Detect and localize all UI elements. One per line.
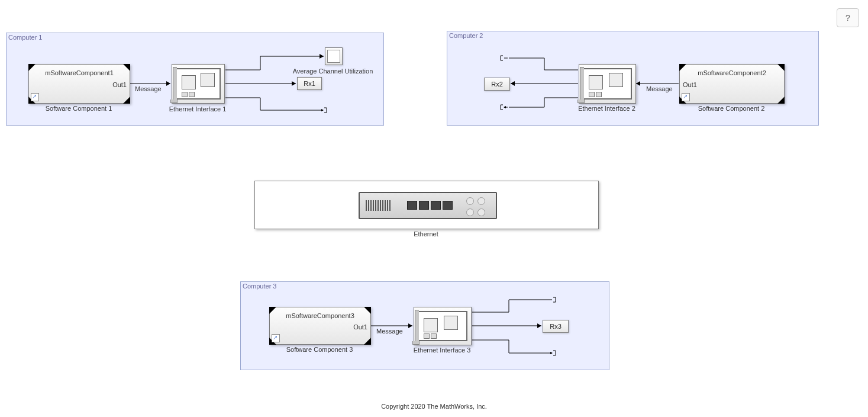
block-goto-rx1[interactable]: Rx1 — [297, 77, 322, 90]
model-reference-icon — [682, 93, 690, 101]
help-button[interactable]: ? — [837, 8, 859, 27]
block-goto-rx2[interactable]: Rx2 — [484, 78, 510, 91]
block-software-component-3[interactable]: mSoftwareComponent3 Out1 — [269, 307, 371, 345]
area-title: Computer 3 — [243, 283, 276, 290]
switch-icon — [359, 192, 497, 219]
block-label: Software Component 3 — [269, 346, 370, 353]
terminator-icon[interactable] — [499, 55, 508, 61]
port-label-out1: Out1 — [683, 81, 697, 88]
block-label: Ethernet — [254, 230, 598, 238]
block-ethernet-interface-1[interactable] — [172, 64, 225, 104]
model-reference-icon — [31, 93, 39, 101]
block-mask-text: mSoftwareComponent1 — [29, 69, 130, 76]
signal-label: Message — [646, 85, 673, 92]
ethernet-card-icon — [583, 68, 632, 100]
svg-marker-22 — [504, 106, 506, 108]
ethernet-card-icon — [418, 311, 467, 341]
block-ethernet-interface-2[interactable] — [579, 64, 636, 104]
signal-label: Message — [135, 85, 162, 92]
block-label: Software Component 1 — [28, 105, 129, 112]
port-label-out1: Out1 — [112, 81, 127, 88]
block-mask-text: mSoftwareComponent2 — [680, 69, 784, 76]
block-scope[interactable] — [325, 47, 343, 65]
block-goto-rx3[interactable]: Rx3 — [543, 320, 569, 333]
model-reference-icon — [272, 334, 280, 342]
svg-marker-11 — [321, 109, 324, 111]
simulink-canvas[interactable]: ? Computer 1 mSoftwareComponent1 Out1 So… — [0, 0, 868, 417]
block-label: Ethernet Interface 1 — [160, 105, 235, 113]
area-title: Computer 2 — [449, 32, 483, 39]
block-label: Ethernet Interface 2 — [567, 105, 647, 112]
block-ethernet-interface-3[interactable] — [414, 307, 472, 345]
block-label: Average Channel Utilization — [284, 68, 382, 75]
block-mask-text: mSoftwareComponent3 — [270, 312, 370, 319]
copyright-text: Copyright 2020 The MathWorks, Inc. — [0, 403, 868, 410]
svg-marker-33 — [550, 352, 553, 354]
terminator-icon[interactable] — [499, 104, 508, 110]
terminator-icon[interactable] — [548, 350, 557, 356]
signal-label: Message — [376, 328, 403, 335]
block-software-component-1[interactable]: mSoftwareComponent1 Out1 — [28, 64, 130, 104]
block-label: Ethernet Interface 3 — [402, 347, 482, 354]
scope-icon — [327, 50, 340, 63]
terminator-icon[interactable] — [320, 107, 328, 113]
ethernet-card-icon — [176, 68, 221, 100]
block-ethernet-switch[interactable] — [254, 181, 599, 229]
port-label-out1: Out1 — [353, 323, 367, 331]
terminator-icon[interactable] — [548, 297, 557, 303]
block-software-component-2[interactable]: mSoftwareComponent2 Out1 — [679, 64, 785, 104]
block-label: Software Component 2 — [679, 105, 783, 112]
area-title: Computer 1 — [8, 34, 42, 41]
